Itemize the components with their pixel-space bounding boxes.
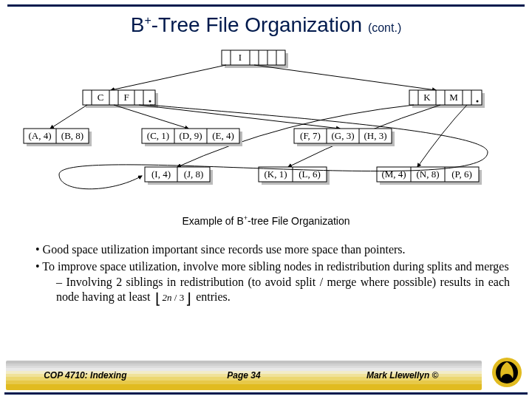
svg-text:(J, 8): (J, 8) <box>184 168 204 180</box>
svg-text:I: I <box>239 52 242 63</box>
svg-text:(B, 8): (B, 8) <box>61 130 83 141</box>
leaf-row1-group2: (C, 1) (D, 9) (E, 4) <box>142 129 242 146</box>
svg-text:(D, 9): (D, 9) <box>179 130 202 141</box>
svg-line-30 <box>50 105 87 129</box>
svg-rect-21 <box>409 90 482 105</box>
floor-formula: ⌊ 2n / 3 ⌋ <box>155 292 192 305</box>
svg-text:K: K <box>423 92 431 103</box>
bullet-1: Good space utilization important since r… <box>35 242 510 258</box>
svg-text:(A, 4): (A, 4) <box>28 130 51 141</box>
caption-post: -tree File Organization <box>248 215 350 227</box>
svg-text:(P, 6): (P, 6) <box>451 168 471 180</box>
title-post: -Tree File Organization <box>151 13 362 36</box>
svg-line-8 <box>111 65 226 90</box>
ucf-logo-icon <box>491 356 523 389</box>
svg-line-32 <box>139 105 340 129</box>
leaf-row1-group1: (A, 4) (B, 8) <box>24 129 92 146</box>
svg-text:(G, 3): (G, 3) <box>331 130 354 141</box>
slide-title: B+-Tree File Organization (cont.) <box>0 13 532 37</box>
leaf-row1-group3: (F, 7) (G, 3) (H, 3) <box>294 129 395 146</box>
internal-node-left: C F <box>83 90 158 108</box>
title-cont: (cont.) <box>368 21 401 34</box>
svg-rect-1 <box>222 50 285 65</box>
svg-text:(E, 4): (E, 4) <box>212 130 234 141</box>
svg-text:M: M <box>449 92 458 103</box>
footer-right: Mark Llewellyn © <box>323 370 482 381</box>
svg-text:(K, 1): (K, 1) <box>264 168 287 180</box>
svg-text:F: F <box>123 92 129 103</box>
svg-text:(F, 7): (F, 7) <box>300 130 321 141</box>
title-superscript: + <box>144 14 151 27</box>
bullet-2a: Involving 2 siblings in redistribution (… <box>56 275 510 306</box>
footer-center: Page 34 <box>165 370 324 381</box>
svg-point-29 <box>477 100 479 103</box>
internal-node-right: K M <box>409 90 485 108</box>
body-text: Good space utilization important since r… <box>22 242 510 307</box>
svg-text:(H, 3): (H, 3) <box>364 130 386 141</box>
footer-left: COP 4710: Indexing <box>6 370 165 381</box>
bullet-2: To improve space utilization, involve mo… <box>35 259 510 305</box>
svg-text:(I, 4): (I, 4) <box>151 168 171 180</box>
svg-text:C: C <box>98 92 104 103</box>
svg-line-31 <box>114 105 188 129</box>
bplus-tree-diagram: .bx { fill:#fff; stroke:#000; stroke-wid… <box>15 49 517 204</box>
svg-text:(C, 1): (C, 1) <box>147 130 169 141</box>
diagram-caption: Example of B+-tree File Organization <box>0 214 532 227</box>
title-pre: B <box>131 13 145 36</box>
svg-text:(M, 4): (M, 4) <box>381 168 406 180</box>
caption-pre: Example of B <box>182 215 243 227</box>
svg-rect-11 <box>83 90 155 105</box>
leaf-row2-group1: (I, 4) (J, 8) <box>145 167 213 185</box>
svg-line-9 <box>254 65 436 90</box>
svg-point-19 <box>149 100 151 103</box>
footer-bar: COP 4710: Indexing Page 34 Mark Llewelly… <box>6 361 526 390</box>
